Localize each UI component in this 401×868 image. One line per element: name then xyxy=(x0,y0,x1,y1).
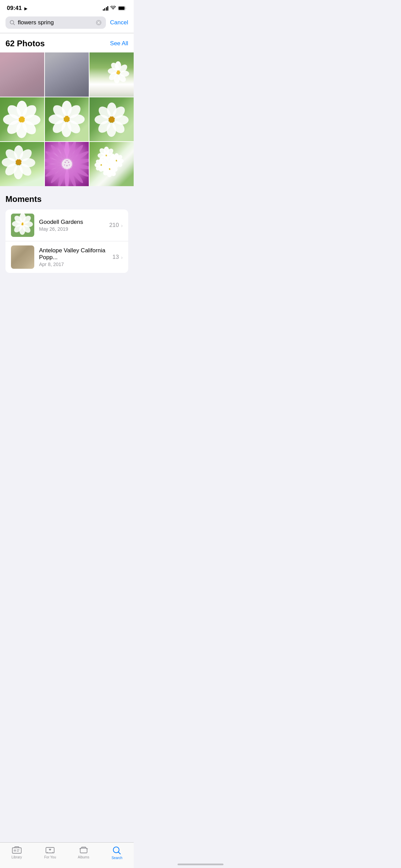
moment-count-row-antelope: 13 › xyxy=(112,254,123,261)
wifi-icon xyxy=(110,6,116,11)
photo-cell-5[interactable] xyxy=(45,97,89,142)
chevron-right-icon-goodell: › xyxy=(121,222,123,228)
signal-icon xyxy=(103,6,109,11)
cancel-button[interactable]: Cancel xyxy=(110,19,128,26)
status-bar: 09:41 ▶ xyxy=(0,0,134,14)
svg-point-69 xyxy=(64,162,66,163)
search-input-wrapper[interactable] xyxy=(5,16,106,29)
moment-name-goodell: Goodell Gardens xyxy=(39,219,105,226)
moment-date-goodell: May 26, 2019 xyxy=(39,226,105,232)
moment-info-goodell: Goodell Gardens May 26, 2019 xyxy=(39,219,105,232)
search-input[interactable] xyxy=(18,19,93,26)
photo-cell-1[interactable] xyxy=(0,52,44,97)
battery-icon xyxy=(118,6,127,11)
photo-cell-3[interactable] xyxy=(89,52,134,97)
moment-thumb-antelope xyxy=(11,245,34,269)
moment-thumb-goodell xyxy=(11,214,34,237)
svg-point-73 xyxy=(69,165,70,166)
svg-point-71 xyxy=(66,165,68,167)
clear-search-button[interactable] xyxy=(96,20,102,26)
photo-cell-2[interactable] xyxy=(45,52,89,97)
photos-section: 62 Photos See All xyxy=(0,33,134,186)
photo-cell-4[interactable] xyxy=(0,97,44,142)
svg-rect-1 xyxy=(119,7,125,10)
svg-point-72 xyxy=(64,165,65,166)
moments-list: Goodell Gardens May 26, 2019 210 › Antel… xyxy=(5,209,128,273)
moment-item-antelope[interactable]: Antelope Valley California Popp... Apr 8… xyxy=(5,241,128,273)
status-time-area: 09:41 ▶ xyxy=(7,5,27,12)
moments-title: Moments xyxy=(5,194,128,204)
moment-date-antelope: Apr 8, 2017 xyxy=(39,262,108,267)
svg-point-70 xyxy=(68,162,69,163)
moment-count-antelope: 13 xyxy=(112,254,119,261)
photo-cell-8[interactable] xyxy=(45,142,89,186)
search-icon xyxy=(10,20,15,25)
moment-item-goodell[interactable]: Goodell Gardens May 26, 2019 210 › xyxy=(5,209,128,241)
photos-count-title: 62 Photos xyxy=(5,39,45,48)
location-icon: ▶ xyxy=(24,6,27,11)
svg-point-74 xyxy=(66,160,67,161)
moment-name-antelope: Antelope Valley California Popp... xyxy=(39,247,108,261)
see-all-button[interactable]: See All xyxy=(110,40,128,47)
photo-cell-6[interactable] xyxy=(89,97,134,142)
svg-point-68 xyxy=(62,159,72,169)
moment-count-row-goodell: 210 › xyxy=(109,222,123,229)
moment-info-antelope: Antelope Valley California Popp... Apr 8… xyxy=(39,247,108,267)
photos-section-header: 62 Photos See All xyxy=(5,39,128,52)
search-bar-container: Cancel xyxy=(0,14,134,33)
moments-section: Moments xyxy=(0,186,134,273)
chevron-right-icon-antelope: › xyxy=(121,254,123,260)
photo-grid xyxy=(0,52,134,186)
photo-cell-9[interactable] xyxy=(89,142,134,186)
moment-count-goodell: 210 xyxy=(109,222,119,229)
svg-point-75 xyxy=(67,160,68,161)
photo-cell-7[interactable] xyxy=(0,142,44,186)
status-time: 09:41 xyxy=(7,5,22,11)
status-icons xyxy=(103,6,127,11)
